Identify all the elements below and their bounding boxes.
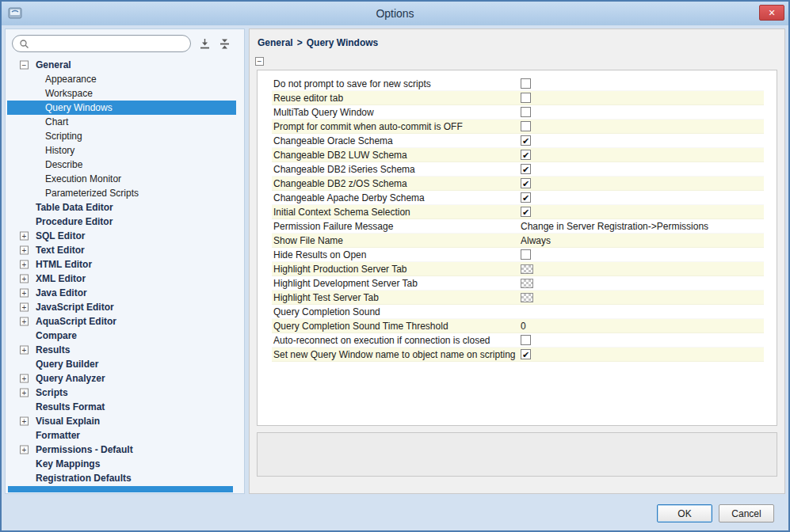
tree-item-execution-monitor[interactable]: Execution Monitor [7, 172, 236, 186]
tree-item-results[interactable]: +Results [7, 343, 236, 357]
expand-toggle-icon[interactable]: + [20, 246, 29, 255]
setting-row[interactable]: Highlight Development Server Tab [272, 276, 764, 291]
setting-row[interactable]: Do not prompt to save for new scripts [272, 77, 764, 91]
expand-toggle-icon[interactable]: + [20, 346, 29, 355]
tree-item-compare[interactable]: Compare [7, 329, 236, 343]
tree-item-workspace[interactable]: Workspace [7, 86, 236, 101]
tree-item-query-builder[interactable]: Query Builder [7, 357, 236, 371]
search-input[interactable] [33, 38, 184, 49]
expand-toggle-icon[interactable]: + [20, 317, 29, 326]
checkbox-unchecked[interactable] [521, 249, 531, 260]
setting-row[interactable]: Changeable DB2 iSeries Schema✔ [272, 162, 764, 177]
color-swatch[interactable] [521, 293, 533, 302]
tree-item-describe[interactable]: Describe [7, 158, 236, 172]
tree-item-results-format[interactable]: Results Format [7, 400, 236, 414]
expand-toggle-icon[interactable]: + [20, 374, 29, 383]
tree-item-label: Query Windows [45, 102, 113, 113]
setting-row[interactable]: Changeable DB2 z/OS Schema✔ [272, 177, 764, 191]
expand-all-icon[interactable] [199, 38, 211, 50]
checkbox-checked[interactable]: ✔ [521, 164, 531, 174]
close-button[interactable]: ✕ [759, 5, 784, 21]
tree-item-query-windows[interactable]: Query Windows [7, 101, 236, 115]
checkbox-unchecked[interactable] [521, 107, 531, 117]
tree-item-parameterized-scripts[interactable]: Parameterized Scripts [7, 186, 236, 200]
setting-row[interactable]: MultiTab Query Window [272, 105, 764, 120]
setting-row[interactable]: Changeable DB2 LUW Schema✔ [272, 148, 764, 162]
tree-item-registration-defaults[interactable]: Registration Defaults [7, 471, 236, 485]
tree-item-permissions-default[interactable]: +Permissions - Default [7, 443, 236, 457]
tree-item-label: Scripting [45, 131, 82, 142]
color-swatch[interactable] [521, 264, 533, 274]
color-swatch[interactable] [521, 279, 533, 288]
breadcrumb: General>Query Windows [250, 29, 784, 55]
setting-row[interactable]: Initial Context Schema Selection✔ [272, 205, 764, 219]
checkbox-checked[interactable]: ✔ [521, 178, 531, 188]
tree-item-query-analyzer[interactable]: +Query Analyzer [7, 371, 236, 386]
checkbox-checked[interactable]: ✔ [521, 349, 531, 359]
tree-item-aquascript-editor[interactable]: +AquaScript Editor [7, 314, 236, 329]
expand-toggle-icon[interactable]: + [20, 303, 29, 312]
setting-value: ✔ [521, 178, 764, 188]
setting-row[interactable]: Query Completion Sound [272, 305, 764, 319]
expand-toggle-icon[interactable]: + [20, 260, 29, 269]
checkbox-unchecked[interactable] [521, 78, 531, 89]
tree-item-sql-editor[interactable]: +SQL Editor [7, 229, 236, 243]
setting-label: Changeable Oracle Schema [272, 135, 521, 146]
search-box[interactable] [12, 35, 191, 52]
checkbox-checked[interactable]: ✔ [521, 192, 531, 203]
cancel-button[interactable]: Cancel [719, 504, 774, 522]
expand-toggle-icon[interactable]: + [20, 232, 29, 241]
tree-item-chart[interactable]: Chart [7, 115, 236, 129]
expand-toggle-icon[interactable]: + [20, 446, 29, 454]
expand-toggle-icon[interactable]: + [20, 275, 29, 283]
titlebar[interactable]: Options ✕ [2, 2, 788, 25]
tree-item-table-data-editor[interactable]: Table Data Editor [7, 200, 236, 215]
tree-item-procedure-editor[interactable]: Procedure Editor [7, 215, 236, 229]
collapse-toggle-icon[interactable]: − [20, 61, 29, 70]
setting-row[interactable]: Changeable Apache Derby Schema✔ [272, 191, 764, 205]
expand-toggle-icon[interactable]: + [20, 389, 29, 397]
tree-item-visual-explain[interactable]: +Visual Explain [7, 414, 236, 428]
tree-item-javascript-editor[interactable]: +JavaScript Editor [7, 300, 236, 314]
tree-item-formatter[interactable]: Formatter [7, 428, 236, 443]
checkbox-unchecked[interactable] [521, 121, 531, 131]
setting-value [521, 264, 764, 274]
tree-horizontal-scrollbar[interactable] [8, 486, 233, 492]
setting-value: ✔ [521, 192, 764, 203]
tree-item-java-editor[interactable]: +Java Editor [7, 286, 236, 300]
tree-item-xml-editor[interactable]: +XML Editor [7, 272, 236, 286]
checkbox-unchecked[interactable] [521, 335, 531, 345]
setting-row[interactable]: Reuse editor tab [272, 91, 764, 105]
checkbox-unchecked[interactable] [521, 93, 531, 103]
expand-toggle-icon[interactable]: + [20, 417, 29, 426]
tree-item-scripting[interactable]: Scripting [7, 129, 236, 143]
ok-button[interactable]: OK [657, 504, 712, 522]
setting-row[interactable]: Permission Failure MessageChange in Serv… [272, 219, 764, 234]
setting-row[interactable]: Highlight Test Server Tab [272, 291, 764, 305]
setting-row[interactable]: Prompt for commit when auto-commit is OF… [272, 120, 764, 134]
checkbox-checked[interactable]: ✔ [521, 135, 531, 146]
setting-row[interactable]: Query Completion Sound Time Threshold0 [272, 319, 764, 333]
collapse-all-icon[interactable] [219, 38, 231, 50]
checkbox-checked[interactable]: ✔ [521, 207, 531, 217]
tree-item-label: Java Editor [36, 287, 87, 298]
setting-value: Change in Server Registration->Permissio… [521, 221, 764, 232]
checkbox-checked[interactable]: ✔ [521, 150, 531, 160]
tree-item-text-editor[interactable]: +Text Editor [7, 243, 236, 257]
setting-row[interactable]: Show File NameAlways [272, 234, 764, 248]
tree-item-general[interactable]: −General [7, 58, 236, 72]
tree-item-scripts[interactable]: +Scripts [7, 386, 236, 400]
tree-item-history[interactable]: History [7, 143, 236, 158]
breadcrumb-part-general[interactable]: General [258, 37, 293, 48]
setting-row[interactable]: Hide Results on Open [272, 248, 764, 262]
expand-toggle-icon[interactable]: + [20, 289, 29, 298]
tree-item-html-editor[interactable]: +HTML Editor [7, 257, 236, 272]
tree-item-appearance[interactable]: Appearance [7, 72, 236, 86]
setting-row[interactable]: Set new Query Window name to object name… [272, 348, 764, 362]
tree-item-key-mappings[interactable]: Key Mappings [7, 457, 236, 471]
setting-label: MultiTab Query Window [272, 107, 521, 118]
setting-row[interactable]: Auto-reconnect on execution if connectio… [272, 333, 764, 348]
setting-row[interactable]: Highlight Production Server Tab [272, 262, 764, 276]
section-collapse-toggle-icon[interactable]: − [255, 57, 264, 66]
setting-row[interactable]: Changeable Oracle Schema✔ [272, 134, 764, 148]
